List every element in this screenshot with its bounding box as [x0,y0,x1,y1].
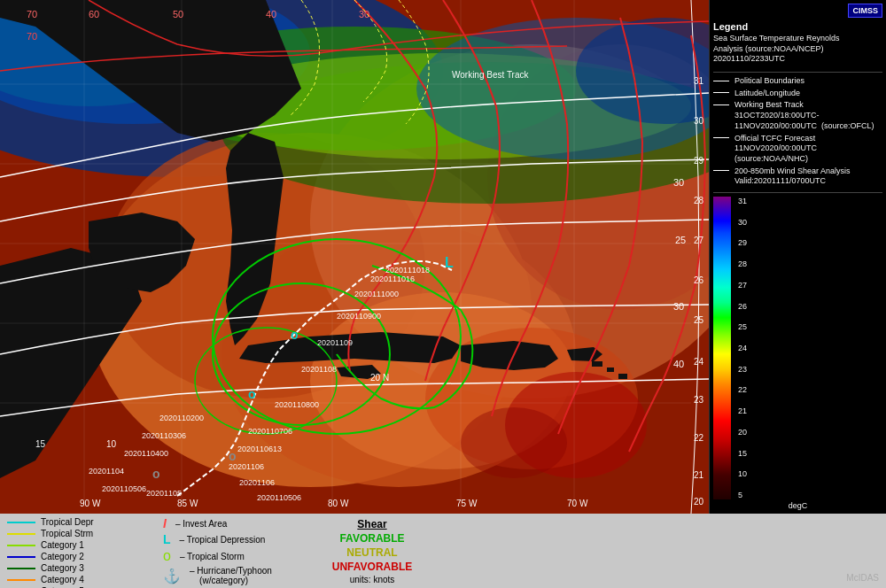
svg-text:2020110506: 2020110506 [102,484,146,493]
svg-text:20201106: 20201106 [229,462,264,471]
legend-tcfc: Official TCFC Forecast11NOV2020/00:00UTC… [713,134,882,165]
svg-text:70: 70 [27,31,37,42]
svg-text:ο: ο [248,387,256,401]
svg-text:20 N: 20 N [370,373,389,383]
svg-text:2020110400: 2020110400 [124,449,168,458]
track-tropical-depr: Tropical Depr [7,517,149,527]
svg-text:40: 40 [266,9,276,19]
svg-text:25: 25 [694,315,704,325]
svg-text:ο: ο [291,328,299,342]
svg-text:ο: ο [229,449,237,463]
invest-hurricane: ⚓ – Hurricane/Typhoon (w/category) [163,566,305,585]
legend-wbt: Working Best Track31OCT2020/18:00UTC-11N… [713,100,882,131]
svg-text:27: 27 [694,236,704,245]
mcidas-label: McIDAS [846,573,879,584]
svg-text:30: 30 [673,177,684,188]
legend-political: Political Boundaries [713,76,882,87]
svg-text:10: 10 [106,439,117,449]
map-canvas: 2020110506 20201106 20201106 2020110613 … [0,0,709,514]
legend-subtitle: Sea Surface Temperature Reynolds Analysi… [713,34,882,65]
main-container: 2020110506 20201106 20201106 2020110613 … [0,0,886,588]
svg-text:20201105: 20201105 [146,489,182,498]
svg-text:70 W: 70 W [567,499,588,508]
svg-text:ο: ο [152,467,160,481]
shear-neutral: NEUTRAL [346,546,397,559]
track-legend: Low/Wave Tropical Depr Tropical Strm Cat… [7,506,149,588]
svg-text:2020110306: 2020110306 [142,431,186,440]
track-tropical-strm: Tropical Strm [7,529,149,538]
svg-text:2020111016: 2020111016 [370,275,415,283]
svg-text:90 W: 90 W [80,499,101,508]
svg-text:75 W: 75 W [456,499,478,508]
invest-tropical-storm: ο – Tropical Storm [163,548,305,564]
svg-text:85 W: 85 W [177,499,198,508]
svg-rect-19 [607,368,614,372]
svg-text:40: 40 [673,359,684,369]
svg-text:2020110613: 2020110613 [237,445,282,453]
svg-text:50: 50 [173,9,183,19]
svg-text:Working Best Track: Working Best Track [452,70,530,80]
svg-text:2020110506: 2020110506 [257,493,301,502]
svg-rect-18 [592,361,602,367]
svg-text:2020111018: 2020111018 [385,266,430,275]
shear-unfavorable: UNFAVORABLE [332,561,412,573]
svg-text:24: 24 [694,357,704,367]
legend-latlon: Latitude/Longitude [713,89,882,99]
shear-favorable: FAVORABLE [339,532,404,545]
svg-text:28: 28 [694,196,704,205]
svg-text:22: 22 [694,433,704,443]
track-cat3: Category 3 [7,563,149,573]
svg-text:21: 21 [694,470,704,480]
cimss-logo: CIMSS [848,4,882,18]
svg-text:15: 15 [35,439,46,449]
legend-windshear: 200-850mb Wind Shear AnalysisValid:20201… [713,166,882,187]
svg-text:2020110800: 2020110800 [275,400,319,409]
color-scale-bar [713,197,731,499]
svg-text:20: 20 [694,497,704,507]
svg-text:2020110706: 2020110706 [248,427,292,436]
svg-text:2020110900: 2020110900 [337,312,381,321]
legend-panel: CIMSS Legend Sea Surface Temperature Rey… [709,0,886,514]
track-cat1: Category 1 [7,540,149,550]
logo-area: CIMSS [713,4,882,18]
shear-units: units: knots [350,575,395,584]
invest-area: I – Invest Area [163,516,305,530]
shear-title: Shear [357,518,386,530]
svg-text:60: 60 [89,9,99,19]
svg-text:20201104: 20201104 [89,467,124,476]
svg-text:30: 30 [673,301,684,312]
track-cat4: Category 4 [7,575,149,584]
scale-labels: 31 30 29 28 27 26 25 24 23 22 21 20 15 1… [734,197,747,499]
shear-legend: Shear FAVORABLE NEUTRAL UNFAVORABLE unit… [319,518,425,584]
invest-legend: I – Invest Area L – Tropical Depression … [163,516,305,585]
bottom-legend: Low/Wave Tropical Depr Tropical Strm Cat… [0,514,886,588]
invest-tropical-dep: L – Tropical Depression [163,532,305,546]
svg-text:L: L [445,255,454,270]
svg-text:20201108: 20201108 [301,365,337,374]
map-area: 2020110506 20201106 20201106 2020110613 … [0,0,886,514]
legend-title: Legend [713,21,882,32]
svg-text:30: 30 [694,116,704,126]
svg-text:31: 31 [694,76,704,86]
svg-text:29: 29 [694,156,704,166]
svg-point-17 [461,407,567,478]
svg-text:80 W: 80 W [328,499,349,508]
svg-text:2020111000: 2020111000 [354,290,399,298]
degc-label: degC [713,501,882,510]
svg-text:20201109: 20201109 [317,338,353,347]
svg-rect-20 [618,374,627,379]
svg-text:20201106: 20201106 [239,478,275,487]
svg-text:26: 26 [694,275,704,285]
svg-text:70: 70 [27,9,37,19]
svg-text:23: 23 [694,395,704,405]
track-cat2: Category 2 [7,552,149,561]
svg-text:25: 25 [675,235,686,245]
